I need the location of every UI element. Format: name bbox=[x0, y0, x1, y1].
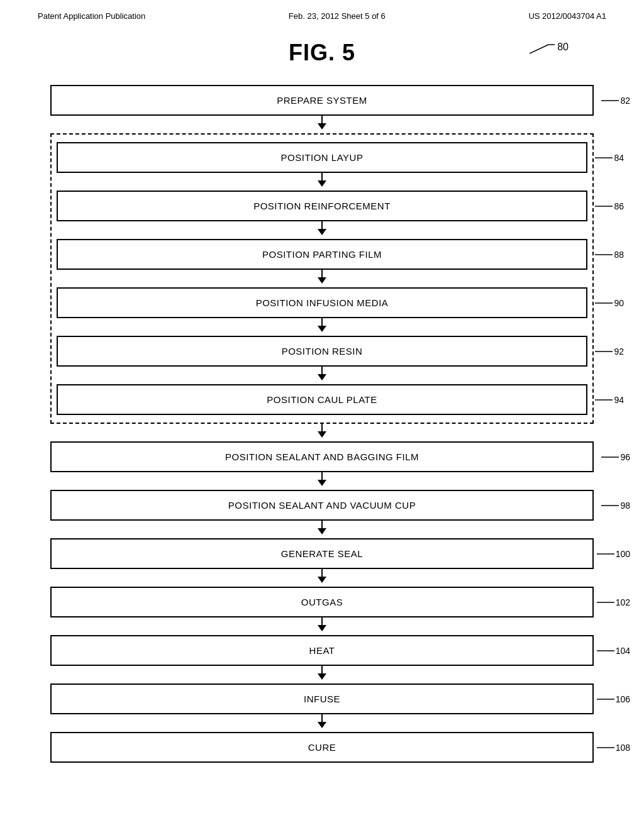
arrow-icon bbox=[318, 277, 326, 284]
dashed-group: POSITION LAYUP84 POSITION REINFORCEMENT8… bbox=[50, 133, 594, 424]
flow-box-wrapper: GENERATE SEAL100 bbox=[50, 538, 594, 569]
ref-label-96: 96 bbox=[601, 452, 630, 462]
arrow-down bbox=[318, 424, 326, 441]
flow-box-102: OUTGAS bbox=[50, 587, 594, 617]
flow-box-wrapper: CURE108 bbox=[50, 732, 594, 763]
arrow-icon bbox=[318, 180, 326, 187]
flow-box-82: PREPARE SYSTEM bbox=[50, 85, 594, 116]
flow-box-wrapper: POSITION PARTING FILM88 bbox=[57, 239, 587, 270]
header-center: Feb. 23, 2012 Sheet 5 of 6 bbox=[289, 11, 386, 21]
ref-label-98: 98 bbox=[601, 501, 630, 511]
svg-marker-7 bbox=[318, 229, 326, 235]
svg-marker-19 bbox=[318, 528, 326, 534]
svg-marker-25 bbox=[318, 673, 326, 680]
arrow-down bbox=[318, 270, 326, 287]
fig-ref-arrow-icon bbox=[530, 40, 555, 55]
flow-box-wrapper: POSITION INFUSION MEDIA90 bbox=[57, 287, 587, 318]
flow-box-wrapper: POSITION LAYUP84 bbox=[57, 142, 587, 173]
header-left: Patent Application Publication bbox=[38, 11, 145, 21]
fig-ref-number: 80 bbox=[557, 42, 569, 53]
ref-label-102: 102 bbox=[597, 597, 630, 607]
svg-line-0 bbox=[530, 45, 548, 53]
ref-label-108: 108 bbox=[597, 743, 630, 753]
ref-label-92: 92 bbox=[595, 346, 624, 357]
svg-marker-17 bbox=[318, 480, 326, 486]
flow-box-98: POSITION SEALANT AND VACUUM CUP bbox=[50, 490, 594, 521]
fig-ref: 80 bbox=[530, 40, 569, 55]
fig-title-area: FIG. 5 80 bbox=[0, 40, 644, 66]
arrow-icon bbox=[318, 480, 326, 486]
arrow-icon bbox=[318, 326, 326, 332]
flow-box-wrapper: POSITION RESIN92 bbox=[57, 336, 587, 367]
arrow-icon bbox=[318, 722, 326, 728]
arrow-down bbox=[318, 617, 326, 635]
ref-label-100: 100 bbox=[597, 549, 630, 559]
flow-box-88: POSITION PARTING FILM bbox=[57, 239, 587, 270]
flow-box-106: INFUSE bbox=[50, 683, 594, 714]
svg-marker-21 bbox=[318, 577, 326, 583]
flow-box-wrapper: POSITION SEALANT AND BAGGING FILM96 bbox=[50, 441, 594, 472]
arrow-icon bbox=[318, 577, 326, 583]
flow-box-wrapper: HEAT104 bbox=[50, 635, 594, 666]
arrow-down bbox=[318, 116, 326, 133]
flow-box-86: POSITION REINFORCEMENT bbox=[57, 191, 587, 221]
arrow-icon bbox=[318, 625, 326, 631]
arrow-down bbox=[318, 221, 326, 239]
ref-label-104: 104 bbox=[597, 646, 630, 656]
arrow-down bbox=[318, 569, 326, 587]
flow-box-84: POSITION LAYUP bbox=[57, 142, 587, 173]
arrow-down bbox=[318, 521, 326, 538]
header: Patent Application Publication Feb. 23, … bbox=[0, 0, 644, 27]
flow-box-104: HEAT bbox=[50, 635, 594, 666]
fig-title: FIG. 5 bbox=[289, 40, 355, 66]
svg-marker-13 bbox=[318, 374, 326, 380]
arrow-icon bbox=[318, 528, 326, 534]
svg-marker-15 bbox=[318, 431, 326, 438]
svg-marker-27 bbox=[318, 722, 326, 728]
ref-label-94: 94 bbox=[595, 395, 624, 405]
arrow-icon bbox=[318, 229, 326, 235]
svg-marker-9 bbox=[318, 277, 326, 284]
flow-box-90: POSITION INFUSION MEDIA bbox=[57, 287, 587, 318]
arrow-down bbox=[318, 472, 326, 490]
ref-label-88: 88 bbox=[595, 250, 624, 260]
arrow-down bbox=[318, 367, 326, 384]
flow-box-wrapper: PREPARE SYSTEM82 bbox=[50, 85, 594, 116]
ref-label-86: 86 bbox=[595, 201, 624, 211]
header-right: US 2012/0043704 A1 bbox=[528, 11, 606, 21]
flow-box-100: GENERATE SEAL bbox=[50, 538, 594, 569]
flow-box-wrapper: INFUSE106 bbox=[50, 683, 594, 714]
flow-box-108: CURE bbox=[50, 732, 594, 763]
arrow-icon bbox=[318, 431, 326, 438]
flow-box-96: POSITION SEALANT AND BAGGING FILM bbox=[50, 441, 594, 472]
svg-marker-3 bbox=[318, 123, 326, 130]
flow-box-wrapper: POSITION REINFORCEMENT86 bbox=[57, 191, 587, 221]
svg-marker-5 bbox=[318, 180, 326, 187]
flowchart: PREPARE SYSTEM82 POSITION LAYUP84 POSITI… bbox=[0, 85, 644, 763]
arrow-down bbox=[318, 666, 326, 683]
flow-box-wrapper: POSITION CAUL PLATE94 bbox=[57, 384, 587, 415]
ref-label-82: 82 bbox=[601, 96, 630, 106]
flow-box-92: POSITION RESIN bbox=[57, 336, 587, 367]
ref-label-90: 90 bbox=[595, 298, 624, 308]
arrow-icon bbox=[318, 123, 326, 130]
arrow-down bbox=[318, 714, 326, 732]
arrow-icon bbox=[318, 673, 326, 680]
flow-box-wrapper: POSITION SEALANT AND VACUUM CUP98 bbox=[50, 490, 594, 521]
arrow-icon bbox=[318, 374, 326, 380]
svg-marker-11 bbox=[318, 326, 326, 332]
arrow-down bbox=[318, 318, 326, 336]
ref-label-84: 84 bbox=[595, 153, 624, 163]
arrow-down bbox=[318, 173, 326, 191]
svg-marker-23 bbox=[318, 625, 326, 631]
flow-box-wrapper: OUTGAS102 bbox=[50, 587, 594, 617]
flow-box-94: POSITION CAUL PLATE bbox=[57, 384, 587, 415]
ref-label-106: 106 bbox=[597, 694, 630, 704]
